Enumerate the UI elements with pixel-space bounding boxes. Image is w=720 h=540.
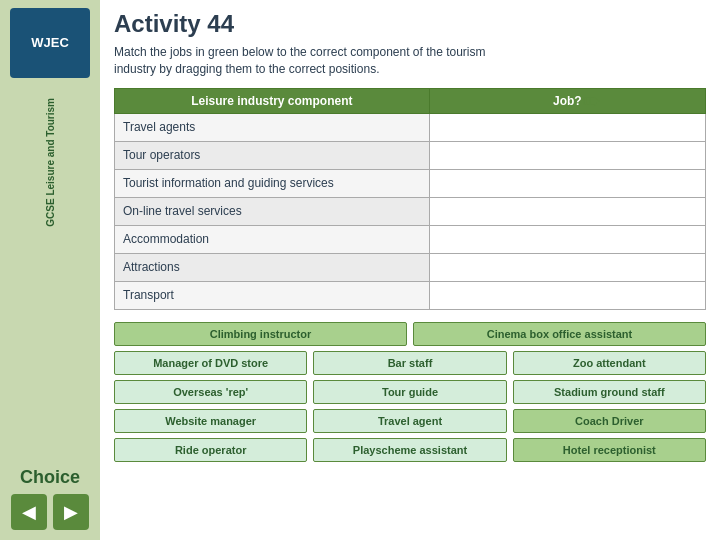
job-cell[interactable] [429,225,705,253]
chip-row: Ride operatorPlayscheme assistantHotel r… [114,438,706,462]
drag-chip[interactable]: Overseas 'rep' [114,380,307,404]
drag-chip[interactable]: Stadium ground staff [513,380,706,404]
chips-area: Climbing instructorCinema box office ass… [114,322,706,462]
drag-chip[interactable]: Ride operator [114,438,307,462]
drag-chip[interactable]: Manager of DVD store [114,351,307,375]
table-row: On-line travel services [115,197,706,225]
job-cell[interactable] [429,141,705,169]
job-cell[interactable] [429,169,705,197]
table-row: Transport [115,281,706,309]
table-row: Travel agents [115,113,706,141]
subtitle-line1: Match the jobs in green below to the cor… [114,45,486,59]
drag-chip[interactable]: Coach Driver [513,409,706,433]
col1-header: Leisure industry component [115,88,430,113]
next-button[interactable]: ▶ [53,494,89,530]
drag-chip[interactable]: Zoo attendant [513,351,706,375]
chip-row: Website managerTravel agentCoach Driver [114,409,706,433]
component-cell: Travel agents [115,113,430,141]
job-cell[interactable] [429,253,705,281]
logo-text: WJEC [31,34,69,52]
col2-header: Job? [429,88,705,113]
component-cell: Tour operators [115,141,430,169]
chip-row: Climbing instructorCinema box office ass… [114,322,706,346]
drag-chip[interactable]: Climbing instructor [114,322,407,346]
component-cell: Accommodation [115,225,430,253]
drag-chip[interactable]: Playscheme assistant [313,438,506,462]
table-row: Tourist information and guiding services [115,169,706,197]
main-content: Activity 44 Match the jobs in green belo… [100,0,720,540]
logo: WJEC [10,8,90,78]
drag-chip[interactable]: Travel agent [313,409,506,433]
sidebar: WJEC GCSE Leisure and Tourism Choice ◀ ▶ [0,0,100,540]
component-cell: Attractions [115,253,430,281]
prev-button[interactable]: ◀ [11,494,47,530]
component-cell: On-line travel services [115,197,430,225]
table-row: Accommodation [115,225,706,253]
table-row: Tour operators [115,141,706,169]
choice-label: Choice [20,467,80,488]
job-cell[interactable] [429,113,705,141]
component-cell: Tourist information and guiding services [115,169,430,197]
drag-chip[interactable]: Website manager [114,409,307,433]
subtitle-line2: industry by dragging them to the correct… [114,62,379,76]
table-row: Attractions [115,253,706,281]
sidebar-label: GCSE Leisure and Tourism [44,98,57,227]
job-cell[interactable] [429,281,705,309]
drag-chip[interactable]: Cinema box office assistant [413,322,706,346]
choice-section: Choice ◀ ▶ [0,467,100,530]
drag-chip[interactable]: Hotel receptionist [513,438,706,462]
chip-row: Manager of DVD storeBar staffZoo attenda… [114,351,706,375]
drag-chip[interactable]: Tour guide [313,380,506,404]
components-table: Leisure industry component Job? Travel a… [114,88,706,310]
subtitle: Match the jobs in green below to the cor… [114,44,706,78]
page-title: Activity 44 [114,10,706,38]
chip-row: Overseas 'rep'Tour guideStadium ground s… [114,380,706,404]
choice-arrows: ◀ ▶ [11,494,89,530]
component-cell: Transport [115,281,430,309]
drag-chip[interactable]: Bar staff [313,351,506,375]
table-container: Leisure industry component Job? Travel a… [114,88,706,310]
job-cell[interactable] [429,197,705,225]
